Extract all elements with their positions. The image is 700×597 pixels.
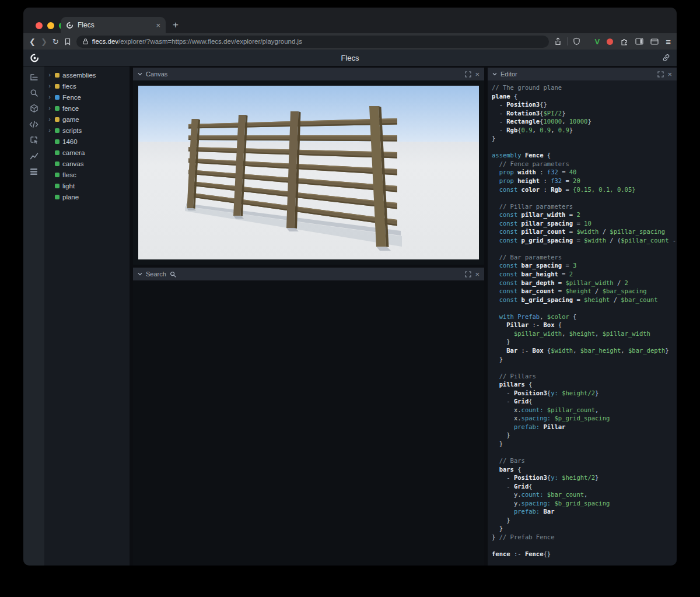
entity-color-icon (55, 106, 60, 111)
close-panel-icon[interactable]: × (475, 71, 480, 78)
close-panel-icon[interactable]: × (667, 71, 672, 78)
tree-item-assemblies[interactable]: ›assemblies (44, 69, 130, 80)
tree-item-game[interactable]: ›game (44, 114, 130, 125)
code-line: const bar_spacing = 3 (492, 261, 677, 270)
v-extension-icon[interactable]: V (595, 37, 600, 46)
expand-arrow-icon[interactable]: › (47, 83, 52, 89)
close-panel-icon[interactable]: × (475, 271, 480, 278)
tree-item-light[interactable]: light (44, 180, 130, 191)
sidebar-toggle-icon[interactable] (635, 38, 643, 45)
entity-color-icon (55, 73, 60, 78)
chevron-down-icon[interactable] (138, 72, 142, 76)
entity-label: camera (62, 149, 85, 156)
entity-tree-panel: ›assemblies›flecs›Fence›fence›game›scrip… (44, 66, 130, 566)
chevron-down-icon[interactable] (492, 72, 497, 76)
bookmark-icon[interactable] (64, 38, 71, 45)
editor-panel-header: Editor × (488, 68, 677, 80)
canvas-content (133, 80, 484, 265)
expand-arrow-icon[interactable]: › (47, 94, 52, 100)
code-line: const bar_depth = $pillar_width / 2 (492, 279, 677, 287)
canvas-panel-title: Canvas (146, 71, 167, 78)
code-line: x.count: $pillar_count, (492, 406, 677, 415)
stats-bars-icon[interactable] (27, 165, 41, 178)
tab-favicon (66, 22, 74, 29)
puzzle-extensions-icon[interactable] (620, 37, 628, 45)
code-line: - Rgb{0.9, 0.9, 0.9} (492, 126, 677, 135)
entity-tree-icon[interactable] (27, 71, 41, 83)
browser-tab[interactable]: Flecs × (61, 17, 166, 33)
entity-label: plane (62, 194, 79, 201)
search-results-area (133, 280, 484, 566)
code-line: // Fence parameters (492, 160, 677, 168)
forward-button[interactable]: ❯ (41, 38, 47, 45)
code-line: - Position3{} (492, 100, 677, 109)
tree-item-scripts[interactable]: ›scripts (44, 125, 130, 136)
search-panel: Search × (133, 268, 484, 566)
expand-arrow-icon[interactable]: › (47, 72, 52, 78)
expand-panel-icon[interactable] (465, 271, 471, 278)
chevron-down-icon[interactable] (138, 272, 142, 276)
code-line (492, 304, 677, 312)
menu-icon[interactable]: ≡ (666, 37, 671, 46)
tree-item-flesc[interactable]: flesc (44, 169, 130, 180)
chart-icon[interactable] (27, 149, 41, 162)
expand-arrow-icon[interactable]: › (47, 116, 52, 122)
entity-label: game (62, 116, 79, 123)
code-line: plane { (492, 92, 677, 101)
code-line: } (492, 524, 677, 533)
back-button[interactable]: ❮ (29, 38, 36, 45)
code-icon[interactable] (27, 118, 41, 131)
inspect-cursor-icon[interactable] (27, 134, 41, 146)
code-line: - Rectangle{10000, 10000} (492, 117, 677, 126)
expand-panel-icon[interactable] (657, 71, 664, 78)
code-line: } (492, 431, 677, 440)
cube-icon[interactable] (27, 102, 41, 115)
address-bar[interactable]: flecs.dev/explorer/?wasm=https://www.fle… (76, 36, 549, 48)
tab-close-icon[interactable]: × (156, 22, 160, 29)
tree-item-fence[interactable]: ›fence (44, 103, 130, 114)
close-window-button[interactable] (36, 22, 43, 29)
entity-color-icon (55, 84, 60, 89)
red-dot-extension-icon[interactable] (607, 38, 613, 45)
wallet-icon[interactable] (650, 38, 659, 45)
editor-panel: Editor × // The ground planeplane { - Po… (488, 68, 677, 566)
code-line: // Bars (492, 456, 677, 465)
new-tab-button[interactable]: + (173, 19, 178, 31)
entity-label: light (62, 182, 75, 189)
expand-panel-icon[interactable] (465, 71, 471, 78)
tree-item-camera[interactable]: camera (44, 147, 130, 158)
entity-label: flecs (62, 83, 76, 90)
tree-item-plane[interactable]: plane (44, 191, 130, 202)
tree-item-flecs[interactable]: ›flecs (44, 80, 130, 92)
url-domain: flecs.dev (92, 38, 118, 45)
expand-arrow-icon[interactable]: › (47, 127, 52, 134)
link-icon[interactable] (662, 54, 670, 62)
lock-icon (82, 38, 89, 45)
code-text[interactable]: // The ground planeplane { - Position3{}… (492, 83, 677, 559)
3d-viewport[interactable] (138, 86, 479, 259)
page-title: Flecs (23, 54, 677, 62)
search-icon[interactable] (27, 86, 41, 99)
browser-window: Flecs × + ❮ ❯ ↻ flecs.dev/explorer/?wasm… (23, 8, 677, 566)
code-line: const color : Rgb = {0.15, 0.1, 0.05} (492, 185, 677, 194)
entity-label: 1460 (62, 138, 78, 145)
entity-color-icon (55, 150, 60, 155)
minimize-window-button[interactable] (47, 22, 54, 29)
tree-item-canvas[interactable]: canvas (44, 158, 130, 169)
tree-item-1460[interactable]: 1460 (44, 136, 130, 147)
code-line: y.count: $bar_count, (492, 490, 677, 499)
code-line: const p_grid_spacing = $width / ($pillar… (492, 236, 677, 245)
code-editor[interactable]: // The ground planeplane { - Position3{}… (488, 80, 677, 566)
code-line: prefab: Pillar (492, 423, 677, 431)
shield-icon[interactable] (573, 37, 580, 45)
share-icon[interactable] (554, 37, 562, 45)
code-line (492, 194, 677, 202)
entity-color-icon (55, 195, 60, 199)
entity-color-icon (55, 184, 60, 188)
code-line: $pillar_width, $height, $pillar_width (492, 329, 677, 338)
tree-item-Fence[interactable]: ›Fence (44, 92, 130, 103)
expand-arrow-icon[interactable]: › (47, 105, 52, 111)
search-panel-title: Search (146, 271, 166, 278)
reload-button[interactable]: ↻ (52, 38, 59, 45)
code-line: bars { (492, 465, 677, 474)
